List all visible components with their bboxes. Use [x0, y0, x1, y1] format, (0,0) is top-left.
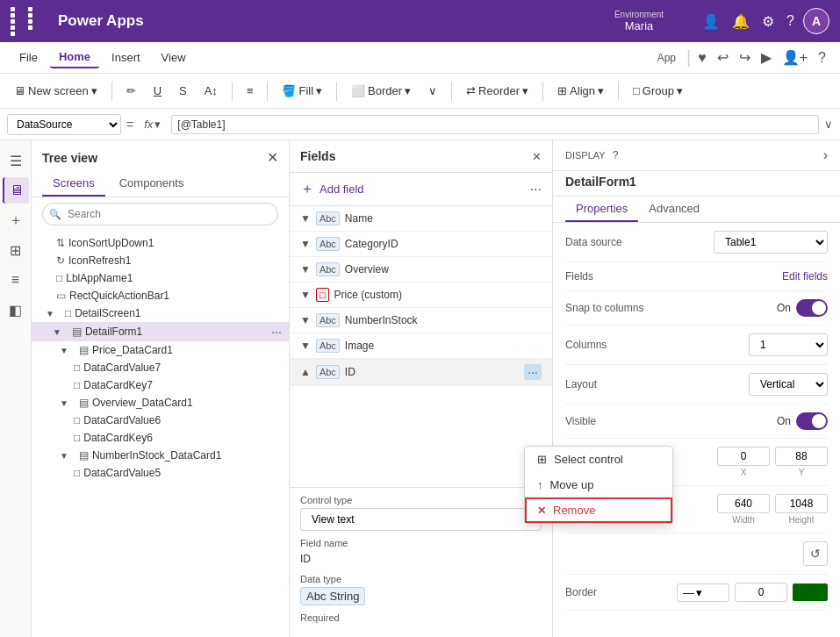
- menu-home[interactable]: Home: [50, 47, 99, 68]
- field-id-more-button[interactable]: ···: [524, 364, 542, 380]
- border-style-select[interactable]: —▾: [677, 583, 729, 602]
- required-label: Required: [300, 612, 542, 623]
- props-expand-button[interactable]: ›: [823, 147, 828, 163]
- data-type-badge: Abc String: [300, 587, 365, 605]
- add-field-more[interactable]: ···: [530, 182, 542, 197]
- field-categoryid[interactable]: ▼ Abc CategoryID: [290, 232, 552, 257]
- sidebar-components-icon[interactable]: ◧: [3, 297, 29, 323]
- person-add-icon[interactable]: 👤+: [779, 46, 811, 69]
- pen-button[interactable]: ✏: [119, 82, 143, 100]
- context-remove[interactable]: ✕ Remove: [525, 497, 672, 523]
- snap-toggle[interactable]: [796, 299, 828, 317]
- field-name[interactable]: ▼ Abc Name: [290, 206, 552, 232]
- tree-item-overview-datacard[interactable]: ▼ ▤ Overview_DataCard1: [32, 394, 289, 412]
- columns-select[interactable]: 1: [749, 333, 828, 356]
- fields-close-button[interactable]: ✕: [532, 150, 542, 163]
- avatar[interactable]: A: [803, 8, 829, 34]
- width-input[interactable]: [717, 494, 770, 513]
- field-overview[interactable]: ▼ Abc Overview: [290, 257, 552, 283]
- props-datasource-row: Data source Table1: [565, 223, 828, 262]
- app-grid-icon[interactable]: [11, 7, 44, 36]
- menu-view[interactable]: View: [153, 47, 195, 68]
- sidebar-data-icon[interactable]: ⊞: [3, 237, 29, 263]
- add-field-button[interactable]: ＋ Add field ···: [290, 173, 552, 206]
- height-input[interactable]: [775, 494, 828, 513]
- border-color-swatch[interactable]: [793, 583, 828, 601]
- tree-tab-components[interactable]: Components: [109, 171, 195, 197]
- menu-file[interactable]: File: [11, 47, 47, 68]
- tree-item-detailscreen[interactable]: ▼ □ DetailScreen1: [32, 304, 289, 322]
- tree-item-iconrefresh[interactable]: ↻ IconRefresh1: [32, 252, 289, 269]
- menu-help-icon[interactable]: ?: [815, 47, 829, 69]
- tree-item-datacardvalue6[interactable]: □ DataCardValue6: [32, 412, 289, 429]
- formula-input[interactable]: [171, 115, 819, 134]
- tree-item-rectquick[interactable]: ▭ RectQuickActionBar1: [32, 287, 289, 304]
- position-x-input[interactable]: [717, 447, 770, 466]
- tree-icon-label: □: [56, 272, 62, 284]
- align-toolbar-button[interactable]: ⊞ Align ▾: [550, 82, 611, 100]
- tree-close-button[interactable]: ✕: [267, 149, 278, 166]
- border-thickness-input[interactable]: [735, 583, 787, 602]
- redo-icon[interactable]: ↪: [736, 46, 754, 69]
- group-button[interactable]: □ Group ▾: [626, 82, 690, 100]
- border-button[interactable]: ⬜ Border ▾: [344, 82, 418, 100]
- tree-item-price-datacard[interactable]: ▼ ▤ Price_DataCard1: [32, 341, 289, 359]
- underline-button[interactable]: U: [147, 82, 169, 100]
- tree-item-datacardkey6[interactable]: □ DataCardKey6: [32, 429, 289, 447]
- person-icon[interactable]: 👤: [699, 10, 723, 33]
- help-icon[interactable]: ?: [783, 10, 798, 32]
- undo-icon[interactable]: ↩: [714, 46, 732, 69]
- play-icon[interactable]: ▶: [757, 46, 775, 69]
- control-type-select[interactable]: View text: [300, 508, 542, 531]
- settings-icon[interactable]: ⚙: [758, 10, 778, 33]
- edit-fields-link[interactable]: Edit fields: [782, 270, 828, 283]
- sidebar-variables-icon[interactable]: ≡: [3, 267, 29, 293]
- props-help-icon[interactable]: ?: [613, 149, 619, 161]
- sidebar-menu-icon[interactable]: ☰: [3, 147, 29, 174]
- formula-expand-icon[interactable]: ∨: [824, 118, 833, 131]
- field-price[interactable]: ▼ □ Price (custom): [290, 283, 552, 308]
- font-size-button[interactable]: A↕: [197, 82, 225, 100]
- align-toolbar-icon: ⊞: [557, 84, 567, 97]
- context-move-up[interactable]: ↑ Move up: [525, 472, 672, 497]
- tree-item-numberinstock-datacard[interactable]: ▼ ▤ NumberInStock_DataCard1: [32, 447, 289, 464]
- field-numberinstock[interactable]: ▼ Abc NumberInStock: [290, 308, 552, 333]
- tree-item-more-button[interactable]: ···: [271, 325, 282, 339]
- align-button[interactable]: ≡: [240, 82, 261, 100]
- field-id-type-icon: Abc: [316, 365, 340, 379]
- fill-button[interactable]: 🪣 Fill ▾: [275, 82, 329, 100]
- rotate-button[interactable]: ↺: [803, 541, 828, 566]
- field-image[interactable]: ▼ Abc Image: [290, 333, 552, 359]
- heartbeat-icon[interactable]: ♥: [694, 47, 710, 69]
- layout-select[interactable]: Vertical: [749, 373, 828, 396]
- sidebar-add-icon[interactable]: ＋: [3, 207, 29, 233]
- tree-tab-screens[interactable]: Screens: [42, 171, 105, 197]
- menu-insert[interactable]: Insert: [103, 47, 149, 68]
- datasource-select[interactable]: Table1: [714, 231, 828, 254]
- new-screen-button[interactable]: 🖥 New screen ▾: [7, 82, 104, 100]
- field-id[interactable]: ▲ Abc ID ···: [290, 359, 552, 386]
- tree-item-lblappname[interactable]: □ LblAppName1: [32, 269, 289, 287]
- visible-toggle[interactable]: [796, 412, 828, 430]
- context-select-control[interactable]: ⊞ Select control: [525, 447, 672, 472]
- props-tab-properties[interactable]: Properties: [565, 197, 638, 222]
- menu-app[interactable]: App: [650, 48, 683, 68]
- formula-fx-button[interactable]: fx ▾: [139, 116, 166, 132]
- formula-selector[interactable]: DataSource: [7, 114, 121, 135]
- tree-item-iconsortupdown[interactable]: ⇅ IconSortUpDown1: [32, 234, 289, 252]
- strikethrough-button[interactable]: S: [172, 82, 194, 100]
- control-type-label: Control type: [300, 495, 542, 505]
- tree-item-datacardvalue5[interactable]: □ DataCardValue5: [32, 464, 289, 482]
- sidebar-screens-icon[interactable]: 🖥: [3, 177, 29, 204]
- tree-search-input[interactable]: [42, 203, 278, 225]
- more-toolbar[interactable]: ∨: [421, 82, 444, 100]
- tree-item-detailform[interactable]: ▼ ▤ DetailForm1 ···: [32, 322, 289, 341]
- properties-panel: DISPLAY ? › DetailForm1 Properties Advan…: [553, 140, 840, 637]
- props-tab-advanced[interactable]: Advanced: [638, 197, 710, 222]
- tree-item-datacardkey7[interactable]: □ DataCardKey7: [32, 376, 289, 394]
- reorder-button[interactable]: ⇄ Reorder ▾: [459, 82, 535, 100]
- tree-item-datacardvalue7[interactable]: □ DataCardValue7: [32, 359, 289, 376]
- bell-icon[interactable]: 🔔: [729, 10, 753, 33]
- position-y-input[interactable]: [775, 447, 828, 466]
- position-y-label: Y: [799, 468, 805, 477]
